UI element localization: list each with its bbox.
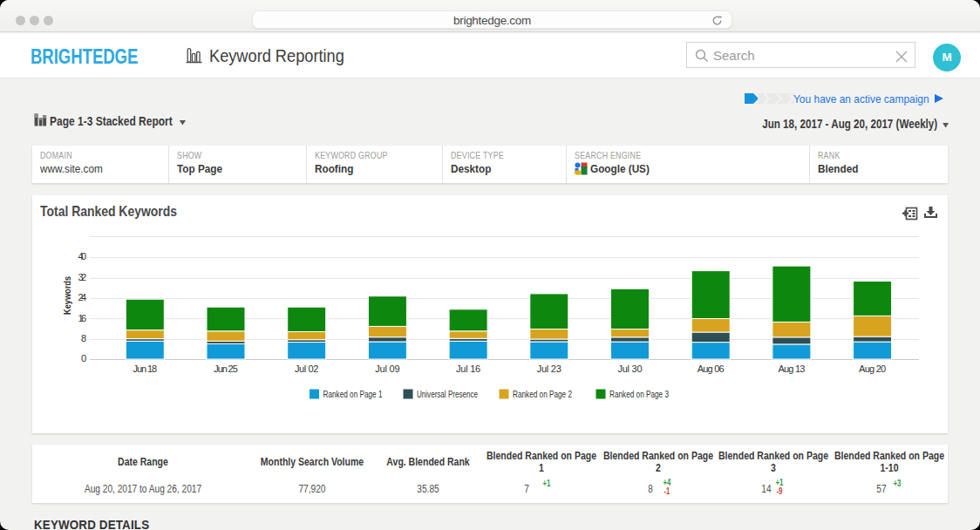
svg-text:Aug 06: Aug 06 <box>698 364 725 374</box>
svg-text:Jul 09: Jul 09 <box>375 364 400 374</box>
svg-text:Ranked on Page 2: Ranked on Page 2 <box>513 389 572 399</box>
svg-text:Jul 02: Jul 02 <box>295 364 319 374</box>
svg-text:Aug 20: Aug 20 <box>859 364 886 374</box>
svg-text:Aug 13: Aug 13 <box>778 364 805 374</box>
svg-text:Keywords: Keywords <box>62 276 72 315</box>
svg-text:Ranked on Page 1: Ranked on Page 1 <box>323 389 383 399</box>
svg-text:8: 8 <box>81 333 86 343</box>
svg-text:Ranked on Page 3: Ranked on Page 3 <box>609 389 669 399</box>
svg-text:Universal Presence: Universal Presence <box>417 389 478 399</box>
svg-text:32: 32 <box>78 272 86 282</box>
svg-text:16: 16 <box>78 313 86 323</box>
svg-text:0: 0 <box>81 353 86 364</box>
svg-text:Jun 18: Jun 18 <box>133 364 158 374</box>
svg-text:Jun 25: Jun 25 <box>214 364 238 374</box>
svg-text:Jul 23: Jul 23 <box>537 364 561 374</box>
svg-text:Jul 30: Jul 30 <box>618 364 643 374</box>
svg-text:24: 24 <box>78 292 86 302</box>
svg-text:Jul 16: Jul 16 <box>456 364 480 374</box>
svg-text:40: 40 <box>78 251 86 262</box>
